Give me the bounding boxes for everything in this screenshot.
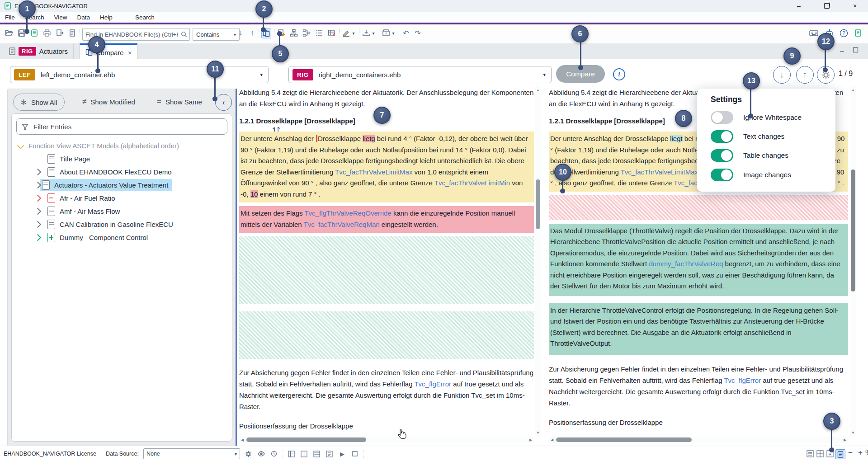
list-view-icon[interactable] <box>315 28 324 38</box>
highlighter-icon[interactable] <box>342 28 351 38</box>
left-horizontal-scrollbar[interactable]: ◀ ▶ <box>239 437 534 443</box>
data-source-select[interactable]: None ▾ <box>143 448 240 459</box>
pdf-export-icon[interactable] <box>68 28 77 38</box>
export-document-icon[interactable] <box>55 28 64 38</box>
variable-link[interactable]: Tvc_flgError <box>724 376 761 384</box>
maximize-button[interactable] <box>816 0 837 12</box>
scrollbar-thumb[interactable] <box>851 169 855 292</box>
right-file-select[interactable]: RIG right_demo_containers.ehb ▾ <box>288 66 552 83</box>
chevron-right-added-icon[interactable] <box>34 234 42 241</box>
scroll-right-icon[interactable]: ▶ <box>842 437 848 443</box>
chevron-right-icon[interactable] <box>34 221 42 228</box>
keyboard-shortcuts-icon[interactable] <box>809 28 818 38</box>
open-file-icon[interactable] <box>5 28 14 38</box>
ehandbook-file-icon[interactable] <box>30 28 39 38</box>
variable-link[interactable]: Tvc_flgThrValveReqOverride <box>304 209 391 217</box>
right-vertical-scrollbar[interactable]: ▲ ▼ <box>850 86 856 437</box>
scroll-right-icon[interactable]: ▶ <box>528 437 534 443</box>
history-icon[interactable] <box>270 450 278 458</box>
tree-item-actuators[interactable]: Actuators - Actuators Value Treatment <box>12 179 231 192</box>
import-data-icon[interactable] <box>362 28 371 38</box>
search-icon[interactable] <box>181 31 187 38</box>
chevron-right-icon[interactable] <box>34 208 42 215</box>
tab-actuators[interactable]: RIG Actuators <box>4 43 74 59</box>
chevron-down-icon[interactable]: ▾ <box>391 28 396 38</box>
zoom-out-button[interactable]: − <box>848 448 853 457</box>
scroll-down-icon[interactable]: ▼ <box>850 429 856 436</box>
chevron-expanded-icon[interactable] <box>17 142 24 150</box>
scroll-up-icon[interactable]: ▲ <box>535 87 541 93</box>
scroll-left-icon[interactable]: ◀ <box>549 437 555 443</box>
settings-gear-icon[interactable] <box>245 450 253 458</box>
hierarchy-link-icon[interactable] <box>302 28 311 38</box>
show-same-button[interactable]: = Show Same <box>150 94 209 110</box>
left-vertical-scrollbar[interactable]: ▲ ▼ <box>535 86 541 437</box>
menu-help[interactable]: Help <box>95 14 118 21</box>
variable-link[interactable]: Tvc_facThrValveLimitMax <box>335 168 412 176</box>
undo-icon[interactable]: ↶ <box>401 28 410 38</box>
menu-search-2[interactable]: Search <box>130 14 160 21</box>
container-icon[interactable] <box>382 28 391 38</box>
show-modified-button[interactable]: ≠ Show Modified <box>75 94 142 110</box>
find-previous-icon[interactable]: ↑ <box>248 28 257 38</box>
help-icon[interactable]: ? <box>839 28 848 38</box>
left-document-pane[interactable]: Abbildung 5.4 zeigt die Hierarchieebene … <box>239 86 534 437</box>
previous-change-button[interactable]: ↑ <box>796 66 814 84</box>
variable-link[interactable]: dummy_facThrValveReq <box>649 260 723 268</box>
scroll-down-icon[interactable]: ▼ <box>535 429 541 436</box>
image-changes-toggle[interactable] <box>711 169 733 181</box>
maximize-panel-icon[interactable] <box>853 47 859 53</box>
grid-view-icon[interactable] <box>288 450 296 458</box>
print-icon[interactable] <box>42 28 52 38</box>
active-view-icon[interactable] <box>835 449 845 459</box>
scroll-left-icon[interactable]: ◀ <box>239 437 245 443</box>
hierarchy-icon[interactable] <box>289 28 298 38</box>
scrollbar-thumb[interactable] <box>246 437 366 442</box>
scrollbar-thumb[interactable] <box>556 437 692 442</box>
left-file-select[interactable]: LEF left_demo_container.ehb ▾ <box>10 66 269 83</box>
menu-file[interactable]: File <box>0 14 20 21</box>
close-button[interactable]: × <box>844 0 865 12</box>
minimize-button[interactable]: – <box>788 0 809 12</box>
show-all-button[interactable]: Show All <box>13 94 65 111</box>
info-icon[interactable]: i <box>613 68 625 80</box>
tree-item-amf[interactable]: Amf - Air Mass Flow <box>12 205 231 218</box>
layout-list-icon[interactable] <box>806 449 815 458</box>
chevron-right-icon[interactable] <box>34 169 42 176</box>
layout-grid-icon[interactable] <box>816 449 825 458</box>
handbook-icon[interactable] <box>854 28 863 38</box>
tree-item-title-page[interactable]: Title Page <box>12 152 231 165</box>
table-changes-toggle[interactable] <box>711 149 733 162</box>
chevron-down-icon[interactable]: ▾ <box>371 28 376 38</box>
contains-select[interactable]: Contains ▾ <box>193 28 240 41</box>
close-tab-icon[interactable]: × <box>128 49 132 56</box>
tree-root[interactable]: Function View ASCET Models (alphabetical… <box>12 139 231 152</box>
chevron-down-icon[interactable]: ▾ <box>351 28 356 38</box>
menu-view[interactable]: View <box>49 14 72 21</box>
ignore-whitespace-toggle[interactable] <box>711 111 733 124</box>
table-view-icon[interactable] <box>313 450 321 458</box>
variable-link[interactable]: Tvc_facThrValveLimitMax <box>621 168 698 176</box>
zoom-in-button[interactable]: + <box>858 448 863 457</box>
tree-item-dummy[interactable]: Dummy - Component Control <box>12 231 231 244</box>
tree-item-can[interactable]: CAN Calibration in Gasoline FlexECU <box>12 218 231 231</box>
scrollbar-thumb[interactable] <box>536 179 540 229</box>
filter-entries-input[interactable] <box>33 122 227 131</box>
collapse-sidebar-button[interactable]: ‹ <box>215 94 232 111</box>
right-horizontal-scrollbar[interactable]: ◀ ▶ <box>549 437 848 443</box>
text-changes-toggle[interactable] <box>711 130 733 143</box>
redo-icon[interactable]: ↷ <box>413 28 422 38</box>
tree-item-afr[interactable]: Afr - Air Fuel Ratio <box>12 192 231 205</box>
stop-icon[interactable] <box>351 450 359 458</box>
find-next-icon[interactable]: ↓ <box>236 28 245 38</box>
scroll-up-icon[interactable]: ▲ <box>850 87 856 93</box>
next-change-button[interactable]: ↓ <box>773 66 791 84</box>
minimize-panel-icon[interactable]: – <box>840 47 844 55</box>
remove-table-icon[interactable] <box>327 28 336 38</box>
chevron-right-removed-icon[interactable] <box>34 195 42 202</box>
menu-data[interactable]: Data <box>72 14 95 21</box>
variable-link[interactable]: Tvc_facThrValveReqMan <box>304 221 380 228</box>
split-view-icon[interactable] <box>300 450 308 458</box>
tree-item-about[interactable]: About EHANDBOOK FlexECU Demo <box>12 165 231 179</box>
variable-link[interactable]: Tvc_flgError <box>414 380 451 388</box>
